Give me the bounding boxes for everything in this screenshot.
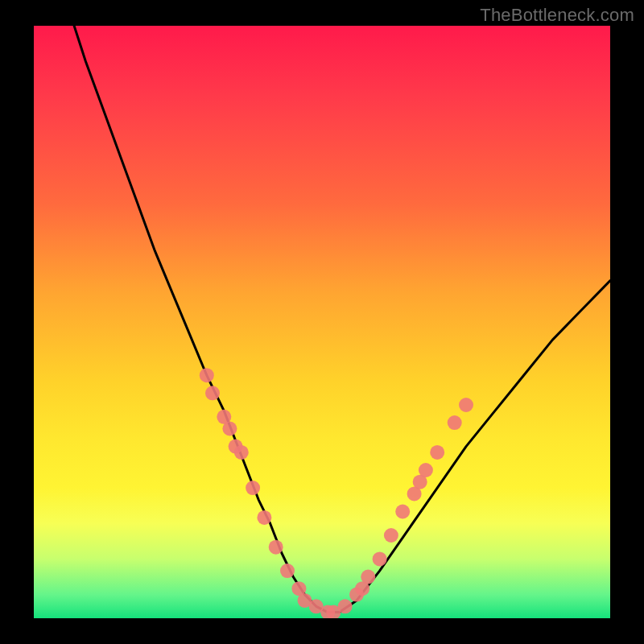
attribution-label: TheBottleneck.com <box>480 5 634 26</box>
data-point-marker <box>448 415 462 430</box>
chart-frame: TheBottleneck.com <box>0 0 644 644</box>
chart-svg <box>34 26 610 618</box>
data-point-marker <box>234 445 249 460</box>
data-point-marker <box>338 599 353 613</box>
data-point-marker <box>205 386 220 400</box>
data-point-marker <box>361 570 375 584</box>
data-point-marker <box>280 564 295 578</box>
data-point-marker <box>257 510 271 525</box>
data-point-marker <box>419 463 433 477</box>
data-point-marker <box>430 445 444 460</box>
plot-area <box>34 26 610 618</box>
data-point-marker <box>200 368 214 382</box>
data-point-marker <box>246 481 260 495</box>
data-point-marker <box>222 422 237 436</box>
data-point-marker <box>459 398 473 412</box>
data-point-marker <box>395 505 410 519</box>
data-point-marker <box>384 528 398 543</box>
data-point-marker <box>373 551 387 566</box>
data-point-marker <box>269 540 283 555</box>
bottleneck-curve <box>74 26 610 613</box>
